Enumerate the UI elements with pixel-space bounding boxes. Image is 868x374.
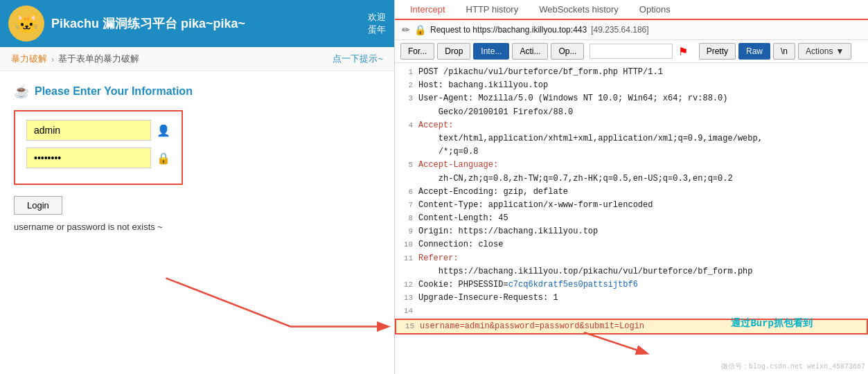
username-row: 👤 [26, 120, 170, 141]
code-line-4: 4 Accept: [395, 119, 868, 132]
forward-button[interactable]: For... [400, 43, 434, 60]
intercept-button[interactable]: Inte... [473, 43, 509, 60]
tab-websockets-history[interactable]: WebSockets history [529, 0, 628, 20]
username-input[interactable] [26, 120, 151, 141]
code-line-11: 11 Referer: [395, 252, 868, 265]
breadcrumb-current: 基于表单的暴力破解 [58, 53, 139, 65]
user-greeting: 欢迎 蛋年 [368, 11, 386, 36]
user-icon: 👤 [157, 124, 170, 137]
breadcrumb-hint[interactable]: 点一下提示~ [333, 53, 383, 65]
actions-label: Actions [806, 46, 833, 56]
code-line-14: 14 [395, 305, 868, 318]
request-ip: [49.235.64.186] [591, 25, 648, 35]
code-line-4b: text/html,application/xhtml+xml,applicat… [395, 132, 868, 145]
code-line-5b: zh-CN,zh;q=0.8,zh-TW;q=0.7,zh-HK;q=0.5,e… [395, 172, 868, 186]
newline-button[interactable]: \n [773, 43, 795, 60]
code-line-10: 10 Connection: close [395, 238, 868, 251]
pikachu-icon: 🐱 [15, 12, 39, 35]
tab-http-history[interactable]: HTTP history [457, 0, 529, 20]
ssl-lock-icon: 🔒 [414, 24, 426, 35]
code-line-6: 6 Accept-Encoding: gzip, deflate [395, 186, 868, 199]
tabs-bar: Intercept HTTP history WebSockets histor… [395, 0, 868, 20]
search-input[interactable] [590, 44, 673, 59]
tab-options[interactable]: Options [630, 0, 680, 20]
pretty-button[interactable]: Pretty [699, 43, 736, 60]
app-title: Pikachu 漏洞练习平台 pika~pika~ [51, 15, 361, 32]
main-content: ☕ Please Enter Your Information 👤 🔒 Logi… [0, 71, 394, 244]
section-title-text: Please Enter Your Information [35, 85, 193, 98]
lock-icon: 🔒 [157, 152, 170, 165]
login-form-box: 👤 🔒 [14, 110, 183, 185]
breadcrumb-separator: › [51, 54, 54, 64]
request-header: ✏ 🔒 Request to https://bachang.ikillyou.… [395, 20, 868, 40]
arrow-overlay [0, 244, 394, 374]
code-line-5: 5 Accept-Language: [395, 159, 868, 172]
code-line-12: 12 Cookie: PHPSESSID=c7cq6kdratf5es0patt… [395, 278, 868, 292]
breadcrumb-home[interactable]: 暴力破解 [11, 53, 47, 65]
left-panel: 🐱 Pikachu 漏洞练习平台 pika~pika~ 欢迎 蛋年 暴力破解 ›… [0, 0, 395, 374]
password-row: 🔒 [26, 148, 170, 168]
request-url: Request to https://bachang.ikillyou.top:… [430, 25, 587, 35]
avatar: 🐱 [8, 6, 44, 42]
flag-icon: ⚑ [678, 45, 688, 58]
edit-icon: ✏ [402, 24, 410, 35]
error-message: username or password is not exists ~ [14, 222, 380, 232]
raw-button[interactable]: Raw [738, 43, 770, 60]
top-bar: 🐱 Pikachu 漏洞练习平台 pika~pika~ 欢迎 蛋年 [0, 0, 394, 47]
annotation-area [0, 244, 394, 374]
watermark: 微信号：blog.csdn.net weixn_45873667 [721, 362, 865, 373]
code-line-9: 9 Origin: https://bachang.ikillyou.top [395, 225, 868, 238]
code-line-1: 1 POST /pikachu/vul/burteforce/bf_form.p… [395, 66, 868, 79]
tab-intercept[interactable]: Intercept [400, 0, 455, 20]
password-input[interactable] [26, 148, 151, 168]
code-line-11b: https://bachang.ikillyou.top/pikachu/vul… [395, 265, 868, 278]
right-panel: Intercept HTTP history WebSockets histor… [395, 0, 868, 374]
coffee-icon: ☕ [14, 84, 29, 99]
code-line-3: 3 User-Agent: Mozilla/5.0 (Windows NT 10… [395, 92, 868, 105]
code-line-15: 15 username=admin&password=password&subm… [395, 319, 868, 335]
code-line-4c: /*;q=0.8 [395, 145, 868, 159]
code-line-2: 2 Host: bachang.ikillyou.top [395, 79, 868, 92]
options-button[interactable]: Op... [551, 43, 584, 60]
toolbar: For... Drop Inte... Acti... Op... ⚑ Pret… [395, 40, 868, 63]
actions-button[interactable]: Acti... [512, 43, 548, 60]
code-line-8: 8 Content-Length: 45 [395, 212, 868, 225]
actions-dropdown-button[interactable]: Actions ▼ [798, 43, 851, 60]
code-line-3b: Gecko/20100101 Firefox/88.0 [395, 106, 868, 119]
code-view[interactable]: 1 POST /pikachu/vul/burteforce/bf_form.p… [395, 63, 868, 374]
code-line-7: 7 Content-Type: application/x-www-form-u… [395, 199, 868, 212]
drop-button[interactable]: Drop [437, 43, 470, 60]
code-line-13: 13 Upgrade-Insecure-Requests: 1 [395, 292, 868, 305]
section-title: ☕ Please Enter Your Information [14, 84, 380, 99]
breadcrumb: 暴力破解 › 基于表单的暴力破解 点一下提示~ [0, 47, 394, 71]
dropdown-arrow-icon: ▼ [835, 46, 844, 56]
login-button[interactable]: Login [14, 196, 62, 215]
